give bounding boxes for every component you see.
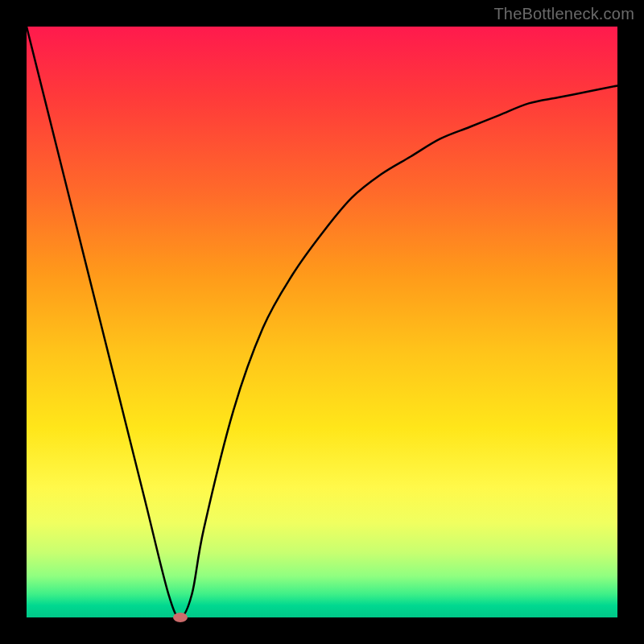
minimum-marker bbox=[173, 613, 188, 622]
plot-area bbox=[27, 27, 617, 617]
bottleneck-curve bbox=[27, 27, 617, 617]
chart-frame: TheBottleneck.com bbox=[0, 0, 644, 644]
watermark-text: TheBottleneck.com bbox=[493, 5, 634, 23]
